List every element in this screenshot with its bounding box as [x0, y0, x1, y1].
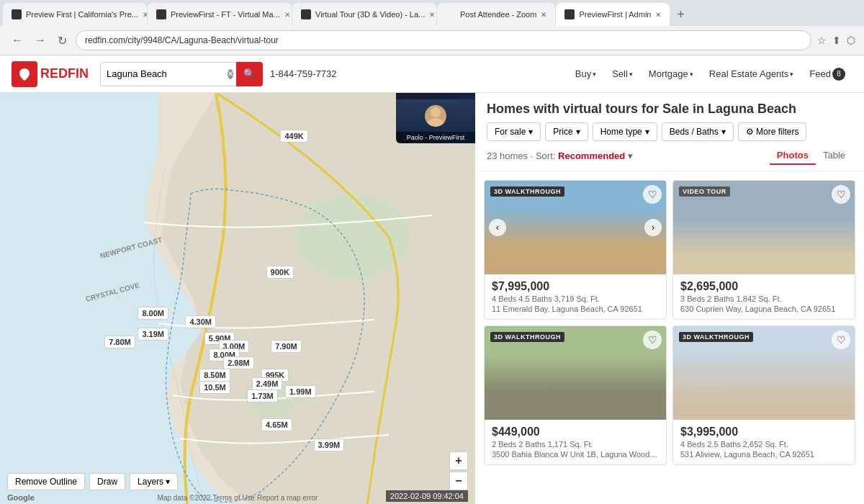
price-label-p1[interactable]: 449K	[280, 130, 307, 143]
nav-buy[interactable]: Buy ▾	[568, 64, 603, 84]
price-label-p12[interactable]: 8.50M	[199, 369, 230, 382]
listing-card-3[interactable]: 3D WALKTHROUGH♡$449,0002 Beds 2 Baths 1,…	[484, 325, 667, 465]
nav-agents[interactable]: Real Estate Agents ▾	[702, 64, 801, 84]
price-label-p19[interactable]: 3.99M	[314, 438, 345, 451]
more-filters-button[interactable]: ⚙ More filters	[738, 122, 807, 141]
filter-for-sale[interactable]: For sale ▾	[487, 122, 541, 141]
forward-button[interactable]: →	[32, 31, 49, 50]
listing-address-3: 3500 Bahia Blanca W Unit 1B, Laguna Wood…	[492, 450, 659, 459]
map-footer: Map data ©2022 Terms of Use Report a map…	[158, 494, 318, 502]
video-overlay: Paolo - PreviewFirst	[396, 93, 475, 143]
listings-meta: 23 homes · Sort: Recommended ▾ Photos Ta…	[487, 147, 852, 165]
address-bar: ← → ↻ ☆ ⬆ ⬡	[0, 26, 864, 55]
prev-image-button-1[interactable]: ‹	[489, 219, 506, 236]
tab-close-tab2[interactable]: ✕	[284, 11, 290, 19]
favorite-button-3[interactable]: ♡	[643, 330, 662, 349]
price-label-p4[interactable]: 4.30M	[185, 315, 216, 328]
price-label-p3[interactable]: 8.00M	[138, 307, 168, 320]
redfin-logo-svg	[17, 66, 32, 82]
tab-label-tab3: Virtual Tour (3D & Video) - La...	[315, 10, 425, 19]
count-value: 23 homes	[487, 150, 528, 161]
browser-tab-tab1[interactable]: Preview First | California's Pre...✕	[3, 3, 147, 26]
redfin-logo: REDFIN	[12, 61, 89, 87]
listing-badge-2: VIDEO TOUR	[679, 186, 730, 197]
map-terms: Terms of Use	[212, 494, 255, 502]
price-label-p17[interactable]: 1.99M	[285, 385, 316, 398]
browser-tab-tab4[interactable]: Post Attendee - Zoom✕	[437, 3, 555, 26]
browser-tab-tab5[interactable]: PreviewFirst | Admin✕	[556, 3, 670, 26]
next-image-button-1[interactable]: ›	[644, 219, 662, 236]
nav-mortgage[interactable]: Mortgage ▾	[642, 64, 701, 84]
extension-icon[interactable]: ⬡	[847, 35, 855, 46]
zoom-in-button[interactable]: +	[449, 451, 468, 470]
browser-tab-tab2[interactable]: PreviewFirst - FT - Virtual Ma...✕	[148, 3, 292, 26]
filter-home-type[interactable]: Home type ▾	[593, 122, 657, 141]
listings-grid: ‹›3D WALKTHROUGH♡$7,995,0004 Beds 4.5 Ba…	[475, 171, 864, 474]
price-label-p2[interactable]: 900K	[266, 266, 294, 279]
price-label-p9[interactable]: 7.90M	[271, 340, 302, 353]
tab-table[interactable]: Table	[816, 147, 852, 165]
draw-button[interactable]: Draw	[89, 473, 125, 490]
sort-caret: ▾	[628, 150, 633, 161]
tab-label-tab4: Post Attendee - Zoom	[460, 10, 536, 19]
remove-outline-button[interactable]: Remove Outline	[7, 473, 85, 490]
tab-favicon-tab1	[12, 9, 22, 19]
reload-button[interactable]: ↻	[55, 31, 70, 50]
listing-price-1: $7,995,000	[492, 280, 659, 293]
listing-card-2[interactable]: VIDEO TOUR♡$2,695,0003 Beds 2 Baths 1,84…	[672, 180, 855, 320]
tab-close-tab5[interactable]: ✕	[655, 11, 661, 19]
sort-separator: ·	[531, 150, 536, 161]
listing-info-4: $3,995,0004 Beds 2.5 Baths 2,652 Sq. Ft.…	[673, 420, 855, 464]
favorite-button-1[interactable]: ♡	[643, 185, 662, 204]
favorite-button-2[interactable]: ♡	[832, 185, 850, 204]
search-submit-button[interactable]: 🔍	[236, 62, 263, 86]
video-name: Paolo - PreviewFirst	[396, 132, 475, 143]
price-label-p14[interactable]: 10.5M	[199, 381, 230, 394]
listings-scroll[interactable]: ‹›3D WALKTHROUGH♡$7,995,0004 Beds 4.5 Ba…	[475, 171, 864, 504]
tab-photos[interactable]: Photos	[770, 147, 816, 165]
google-logo: Google	[7, 493, 35, 502]
listings-header: Homes with virtual tours for Sale in Lag…	[475, 93, 864, 171]
listing-address-1: 11 Emerald Bay, Laguna Beach, CA 92651	[492, 305, 659, 313]
map-area[interactable]: NEWPORT COAST CRYSTAL COVE 449K900K8.00M…	[0, 93, 475, 504]
price-label-p11[interactable]: 2.98M	[223, 356, 254, 369]
header-phone: 1-844-759-7732	[270, 68, 337, 79]
layers-button[interactable]: Layers ▾	[130, 473, 178, 490]
agents-caret: ▾	[790, 71, 793, 78]
view-tabs: Photos Table	[770, 147, 852, 165]
sell-caret: ▾	[629, 71, 633, 78]
location-search-input[interactable]	[107, 68, 228, 79]
tab-close-tab3[interactable]: ✕	[429, 11, 435, 19]
tab-close-tab1[interactable]: ✕	[143, 11, 147, 19]
bookmark-icon[interactable]: ☆	[817, 35, 827, 46]
tab-close-tab4[interactable]: ✕	[541, 11, 546, 19]
nav-feed[interactable]: Feed 8	[802, 63, 852, 85]
video-overlay-inner: Paolo - PreviewFirst	[396, 93, 475, 143]
back-button[interactable]: ←	[9, 31, 26, 50]
search-clear-button[interactable]: ✕	[228, 69, 233, 79]
nav-sell[interactable]: Sell ▾	[605, 64, 640, 84]
new-tab-button[interactable]: +	[670, 4, 690, 24]
favorite-button-4[interactable]: ♡	[832, 330, 850, 349]
price-label-p16[interactable]: 2.49M	[252, 377, 283, 390]
price-label-p18[interactable]: 4.65M	[261, 418, 292, 431]
main-layout: NEWPORT COAST CRYSTAL COVE 449K900K8.00M…	[0, 93, 864, 504]
filter-price[interactable]: Price ▾	[545, 122, 588, 141]
redfin-logo-icon	[12, 61, 37, 87]
listing-card-1[interactable]: ‹›3D WALKTHROUGH♡$7,995,0004 Beds 4.5 Ba…	[484, 180, 667, 320]
zoom-out-button[interactable]: −	[449, 472, 468, 490]
listing-image-4: 3D WALKTHROUGH♡	[673, 326, 855, 420]
tab-bar: Preview First | California's Pre...✕Prev…	[0, 0, 864, 26]
listing-details-1: 4 Beds 4.5 Baths 3,719 Sq. Ft.	[492, 294, 659, 303]
price-label-p15[interactable]: 1.73M	[247, 390, 278, 402]
address-input[interactable]	[76, 30, 811, 50]
price-label-p5[interactable]: 3.19M	[138, 328, 168, 341]
share-icon[interactable]: ⬆	[832, 35, 841, 46]
price-caret: ▾	[576, 127, 580, 137]
price-label-p6[interactable]: 7.80M	[104, 336, 135, 348]
filter-beds-baths[interactable]: Beds / Baths ▾	[662, 122, 734, 141]
listing-card-4[interactable]: 3D WALKTHROUGH♡$3,995,0004 Beds 2.5 Bath…	[672, 325, 855, 465]
for-sale-caret: ▾	[528, 127, 533, 137]
sort-value[interactable]: Recommended	[558, 150, 625, 161]
browser-tab-tab3[interactable]: Virtual Tour (3D & Video) - La...✕	[292, 3, 436, 26]
